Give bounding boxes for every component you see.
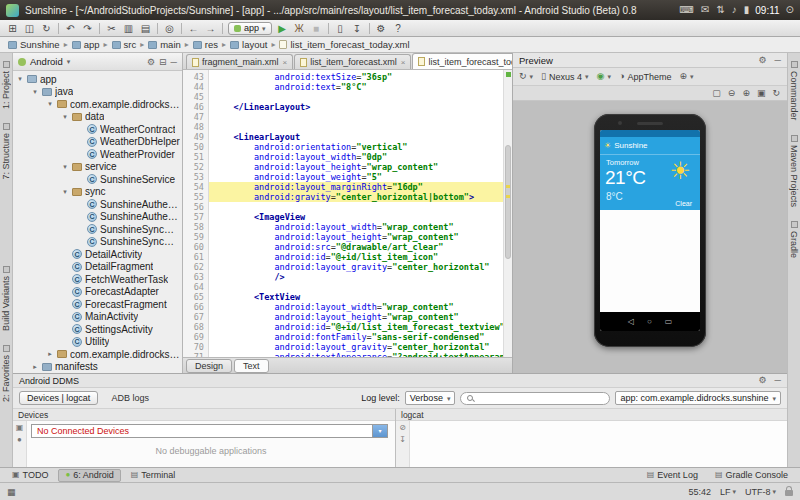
screen-capture-icon[interactable]: ▣ xyxy=(16,424,24,432)
breadcrumb-item[interactable]: Sunshine xyxy=(8,39,60,50)
redo-icon[interactable]: ↷ xyxy=(79,21,96,36)
code-line[interactable] xyxy=(213,112,512,122)
project-view-selector[interactable]: Android xyxy=(30,56,63,67)
zoom-in-icon[interactable]: ⊕ xyxy=(742,89,750,98)
tab-adb-logs[interactable]: ADB logs xyxy=(103,391,157,405)
breadcrumb-item[interactable]: src xyxy=(112,39,137,50)
tree-item[interactable]: CWeatherContract xyxy=(13,123,182,136)
avd-manager-icon[interactable]: ▯ xyxy=(332,21,349,36)
code-line[interactable]: android:id="@+id/list_item_icon" xyxy=(213,252,512,262)
clear-logcat-icon[interactable]: ⊘ xyxy=(399,424,406,432)
breadcrumb-item[interactable]: app xyxy=(72,39,100,50)
zoom-out-icon[interactable]: ⊖ xyxy=(728,89,736,98)
tree-item[interactable]: CDetailActivity xyxy=(13,248,182,261)
search-input[interactable] xyxy=(477,393,603,403)
hide-panel-icon[interactable]: ─ xyxy=(171,57,177,67)
code-line[interactable]: android:layout_marginRight="16dp" xyxy=(209,182,512,192)
code-line[interactable]: <ImageView xyxy=(213,212,512,222)
settings-icon[interactable]: ⚙ xyxy=(759,376,767,385)
editor-tab[interactable]: fragment_main.xml× xyxy=(186,54,293,69)
code-area[interactable]: 4344454647484950515253545556575859606162… xyxy=(183,70,512,357)
breadcrumb-item[interactable]: layout xyxy=(230,39,267,50)
variations-icon[interactable]: ▢ xyxy=(712,89,721,98)
lock-icon[interactable] xyxy=(785,490,793,496)
collapse-all-icon[interactable]: ⊟ xyxy=(159,57,167,67)
chevron-down-icon[interactable]: ▾ xyxy=(61,163,69,171)
tree-item[interactable]: CMainActivity xyxy=(13,311,182,324)
tree-item[interactable]: ▾com.example.didrocks.sunshine xyxy=(13,98,182,111)
caret-position[interactable]: 55:42 xyxy=(688,487,711,497)
tree-item[interactable]: CSettingsActivity xyxy=(13,323,182,336)
tree-item[interactable]: CFetchWeatherTask xyxy=(13,273,182,286)
chevron-down-icon[interactable]: ▾ xyxy=(31,88,39,96)
chevron-down-icon[interactable]: ▾ xyxy=(61,188,69,196)
settings-icon[interactable]: ⚙ xyxy=(759,56,767,65)
logcat-search-field[interactable] xyxy=(460,392,610,405)
code-line[interactable]: android:fontFamily="sans-serif-condensed… xyxy=(213,332,512,342)
scrollbar-thumb[interactable] xyxy=(505,145,511,260)
refresh-preview-icon[interactable]: ↻ xyxy=(772,89,780,98)
code-line[interactable] xyxy=(213,202,512,212)
undo-icon[interactable]: ↶ xyxy=(62,21,79,36)
tree-item[interactable]: ▸manifests xyxy=(13,361,182,374)
code-line[interactable]: android:layout_gravity="center_horizonta… xyxy=(213,262,512,272)
mail-icon[interactable]: ✉ xyxy=(701,5,709,15)
code-line[interactable]: android:layout_width="0dp" xyxy=(213,152,512,162)
sdk-manager-icon[interactable]: ↧ xyxy=(349,21,366,36)
locale-dropdown[interactable]: ⊕▾ xyxy=(679,72,693,81)
tool-android[interactable]: ●6: Android xyxy=(58,469,120,482)
editor-tab[interactable]: list_item_forecast.xml× xyxy=(294,54,411,69)
device-dropdown[interactable]: ▯Nexus 4▾ xyxy=(541,72,589,82)
scroll-to-end-icon[interactable]: ↧ xyxy=(399,436,406,444)
chevron-down-icon[interactable]: ▾ xyxy=(46,100,54,108)
app-selector[interactable]: app: com.example.didrocks.sunshine ▾ xyxy=(615,391,781,405)
device-selector-arrow[interactable]: ▾ xyxy=(372,425,387,437)
tool-structure[interactable]: 7: Structure xyxy=(1,123,11,180)
tree-item[interactable]: ▾java xyxy=(13,86,182,99)
sync-files-icon[interactable]: ↻ xyxy=(38,21,55,36)
network-icon[interactable]: ⇅ xyxy=(716,5,724,15)
tree-item[interactable]: CForecastAdapter xyxy=(13,286,182,299)
tree-item[interactable]: CWeatherDbHelper xyxy=(13,136,182,149)
code-line[interactable]: android:layout_height="wrap_content" xyxy=(213,162,512,172)
code-line[interactable]: android:layout_weight="5" xyxy=(213,172,512,182)
code-line[interactable]: android:text="8°C" xyxy=(213,82,512,92)
tree-item[interactable]: CSunshineAuthenticator xyxy=(13,198,182,211)
code-line[interactable] xyxy=(213,282,512,292)
save-all-icon[interactable]: ◫ xyxy=(21,21,38,36)
chevron-right-icon[interactable]: ▸ xyxy=(46,350,54,358)
battery-icon[interactable]: ▮ xyxy=(744,5,750,15)
cut-icon[interactable]: ✂ xyxy=(103,21,120,36)
breadcrumb-item[interactable]: res xyxy=(193,39,218,50)
copy-icon[interactable]: ▥ xyxy=(120,21,137,36)
code-line[interactable]: android:src="@drawable/art_clear" xyxy=(213,242,512,252)
run-config-selector[interactable]: app▾ xyxy=(228,22,272,35)
code-line[interactable]: android:layout_width="wrap_content" xyxy=(213,222,512,232)
tree-item[interactable]: CDetailFragment xyxy=(13,261,182,274)
api-level-dropdown[interactable]: ◉▾ xyxy=(597,72,611,81)
tree-item[interactable]: ▾sync xyxy=(13,186,182,199)
screen-record-icon[interactable]: ● xyxy=(17,436,22,444)
tool-favorites[interactable]: 2: Favorites xyxy=(1,345,11,402)
tool-maven-projects[interactable]: Maven Projects xyxy=(789,135,799,207)
tree-item[interactable]: CUtility xyxy=(13,336,182,349)
tree-item[interactable]: CSunshineSyncAdapter xyxy=(13,223,182,236)
debug-icon[interactable]: Ж xyxy=(291,21,308,36)
clock[interactable]: 09:11 xyxy=(755,5,779,16)
tool-event-log[interactable]: ▤Event Log xyxy=(640,469,705,482)
stop-icon[interactable]: ■ xyxy=(308,21,325,36)
chevron-down-icon[interactable]: ▾ xyxy=(61,113,69,121)
code-line[interactable]: android:textAppearance="?android:textApp… xyxy=(213,352,512,357)
tool-build-variants[interactable]: Build Variants xyxy=(1,266,11,331)
code-line[interactable]: android:id="@+id/list_item_forecast_text… xyxy=(213,322,512,332)
code-line[interactable]: android:orientation="vertical" xyxy=(213,142,512,152)
tree-item[interactable]: ▸com.example.didrocks.sunshine xyxy=(13,348,182,361)
code-line[interactable]: <TextView xyxy=(213,292,512,302)
tree-item[interactable]: ▾app xyxy=(13,73,182,86)
toolwindow-switcher-icon[interactable]: ▦ xyxy=(7,487,16,497)
tree-item[interactable]: ▾service xyxy=(13,161,182,174)
close-icon[interactable]: × xyxy=(283,58,288,67)
zoom-fit-icon[interactable]: ▣ xyxy=(757,89,766,98)
code-line[interactable]: android:gravity="center_horizontal|botto… xyxy=(209,192,512,202)
power-icon[interactable]: ⊙ xyxy=(786,5,794,15)
